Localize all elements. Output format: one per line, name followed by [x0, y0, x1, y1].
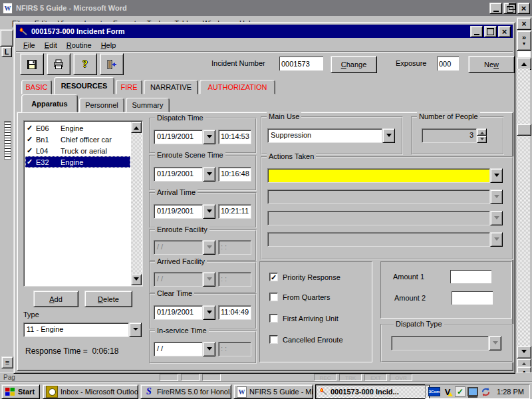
- dropdown-button[interactable]: [203, 130, 215, 144]
- threecom-tray-icon[interactable]: 3Com: [428, 387, 440, 396]
- delete-button[interactable]: Delete: [84, 291, 132, 307]
- taskbar-item-outlook[interactable]: Inbox - Microsoft Outlook: [43, 384, 138, 399]
- menu-edit[interactable]: Edit: [40, 40, 62, 51]
- dispatch-date-combobox[interactable]: 01/19/2001: [154, 130, 215, 144]
- document-close-button[interactable]: ×: [517, 17, 531, 30]
- scroll-up-button[interactable]: [131, 122, 142, 133]
- word-minimize-button[interactable]: [489, 3, 502, 14]
- enroute-facility-time-field: : :: [218, 240, 251, 255]
- menu-help[interactable]: Help: [96, 40, 121, 51]
- tab-fire[interactable]: FIRE: [116, 80, 142, 94]
- incident-form-titlebar[interactable]: 0001573-000 Incident Form ×: [16, 25, 513, 38]
- network-check-tray-icon[interactable]: ✓: [455, 386, 466, 397]
- change-button[interactable]: Change: [331, 56, 377, 73]
- checkbox-icon[interactable]: ✓: [269, 273, 278, 281]
- dropdown-button[interactable]: [203, 167, 215, 182]
- start-button[interactable]: Start: [1, 384, 40, 399]
- checkbox-icon[interactable]: [269, 293, 278, 301]
- list-item[interactable]: ✓ E06 Engine: [25, 122, 130, 134]
- tab-resources[interactable]: RESOURCES: [54, 77, 114, 94]
- add-button[interactable]: Add: [33, 291, 78, 307]
- unit-id: E32: [36, 158, 61, 166]
- arrival-time-field[interactable]: 10:21:11: [218, 204, 251, 219]
- listbox-scrollbar[interactable]: [131, 122, 142, 285]
- clear-date-combobox[interactable]: 01/19/2001: [154, 305, 215, 320]
- menu-file[interactable]: File: [19, 40, 40, 51]
- amount1-field[interactable]: [450, 270, 491, 283]
- enroute-time-field[interactable]: 10:16:48: [218, 167, 251, 182]
- word-tab-stop-selector[interactable]: L: [1, 47, 12, 57]
- dropdown-button[interactable]: [203, 342, 215, 356]
- list-item[interactable]: ✓ L04 Truck or aerial: [25, 145, 130, 156]
- toolbar-overflow-button[interactable]: »▾: [517, 31, 531, 51]
- action-taken-combobox-3: [267, 211, 503, 225]
- scrollbar-thumb[interactable]: [517, 124, 531, 136]
- new-button[interactable]: New: [468, 56, 515, 73]
- checkbox-icon[interactable]: [269, 314, 278, 323]
- chevron-down-icon: [494, 174, 499, 180]
- tab-summary[interactable]: Summary: [126, 98, 170, 112]
- word-restore-button[interactable]: [503, 3, 516, 14]
- spin-down-button[interactable]: [477, 136, 487, 143]
- main-use-combobox[interactable]: Suppression: [267, 128, 395, 143]
- print-button[interactable]: [47, 53, 70, 75]
- type-combobox[interactable]: 11 - Engine: [23, 323, 142, 337]
- from-quarters-checkbox[interactable]: From Quarters: [269, 293, 331, 301]
- scroll-down-button[interactable]: [131, 274, 142, 285]
- priority-response-checkbox[interactable]: ✓ Priority Response: [269, 273, 340, 281]
- dropdown-button[interactable]: [203, 305, 215, 320]
- exposure-field[interactable]: [437, 57, 459, 70]
- checkbox-icon[interactable]: [269, 335, 278, 344]
- amount2-field[interactable]: [452, 291, 493, 305]
- dropdown-button[interactable]: [490, 168, 503, 183]
- spin-up-button[interactable]: [477, 128, 487, 136]
- exit-button[interactable]: [100, 53, 124, 75]
- tab-basic[interactable]: BASIC: [21, 80, 52, 94]
- arrival-date-combobox[interactable]: 01/19/2001: [154, 204, 215, 219]
- first-arriving-unit-checkbox[interactable]: First Arriving Unit: [269, 314, 338, 323]
- dispatch-type-combobox: [391, 336, 501, 350]
- taskbar-clock[interactable]: 1:28 PM: [497, 388, 524, 396]
- enroute-date-combobox[interactable]: 01/19/2001: [154, 167, 215, 182]
- dropdown-button[interactable]: [382, 128, 395, 143]
- inservice-date-combobox[interactable]: / /: [154, 342, 215, 356]
- chevron-down-icon: [207, 209, 212, 215]
- sync-tray-icon[interactable]: [480, 386, 491, 397]
- dialog-maximize-button[interactable]: [484, 26, 497, 37]
- dropdown-button[interactable]: [203, 204, 215, 219]
- tab-apparatus[interactable]: Apparatus: [21, 94, 78, 112]
- tab-authorization[interactable]: AUTHORIZATION: [200, 80, 275, 94]
- taskbar-item-incident-form[interactable]: 0001573-000 Incid...: [315, 384, 430, 399]
- taskbar-item-firerms[interactable]: S FireRMS 5.0 for Honol...: [140, 384, 231, 399]
- dialog-close-button[interactable]: ×: [498, 26, 511, 37]
- taskbar-item-word[interactable]: W NFIRS 5 Guide - Micro...: [233, 384, 313, 399]
- scrollbar-track[interactable]: [517, 68, 530, 346]
- apparatus-listbox[interactable]: ✓ E06 Engine ✓ Bn1 Chief officer car ✓ L…: [23, 120, 143, 287]
- chevron-down-icon: [494, 216, 499, 222]
- dropdown-button[interactable]: [129, 323, 142, 337]
- clear-time-field[interactable]: 11:04:49: [218, 305, 251, 320]
- date-value: / /: [154, 240, 203, 255]
- dispatch-time-field[interactable]: 10:14:53: [218, 130, 251, 144]
- word-close-button[interactable]: ×: [517, 3, 530, 14]
- monitor-tray-icon[interactable]: [467, 386, 478, 397]
- scrollbar-track[interactable]: [131, 133, 142, 274]
- scroll-down-button[interactable]: [517, 346, 531, 358]
- list-item[interactable]: ✓ Bn1 Chief officer car: [25, 134, 130, 145]
- save-button[interactable]: [20, 53, 44, 75]
- action-taken-combobox-1[interactable]: [267, 168, 503, 183]
- menu-routine[interactable]: Routine: [62, 40, 96, 51]
- vshield-tray-icon[interactable]: V: [442, 386, 453, 397]
- tab-narrative[interactable]: NARRATIVE: [144, 80, 198, 94]
- people-count-value[interactable]: 3: [422, 128, 477, 143]
- number-of-people-spinner[interactable]: 3: [422, 128, 487, 143]
- tab-personnel[interactable]: Personnel: [79, 98, 124, 112]
- help-button[interactable]: ?: [73, 53, 97, 75]
- dropdown-button: [203, 240, 215, 255]
- arrow-down-icon: [480, 138, 484, 142]
- list-item-selected[interactable]: ✓ E32 Engine: [25, 156, 130, 168]
- word-view-buttons-fragment[interactable]: ≡: [1, 356, 13, 368]
- incident-number-field[interactable]: [279, 57, 323, 70]
- dialog-minimize-button[interactable]: [470, 26, 483, 37]
- cancelled-enroute-checkbox[interactable]: Cancelled Enroute: [269, 335, 343, 344]
